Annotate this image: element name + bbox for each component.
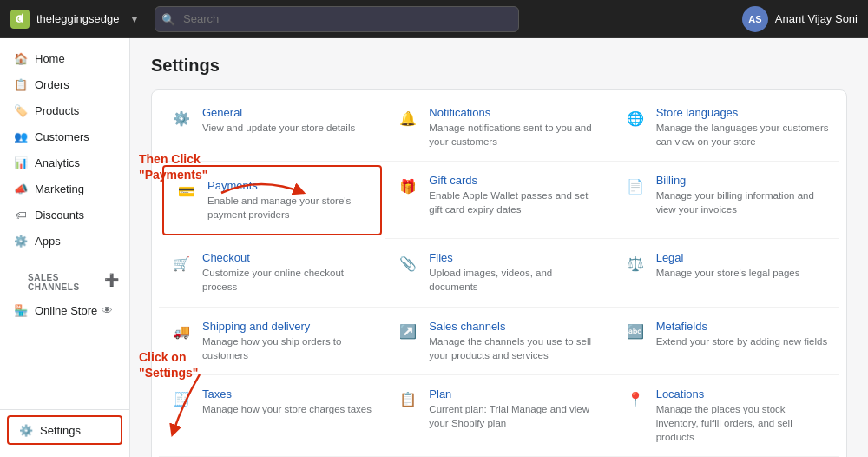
online-store-eye-icon[interactable]: 👁 — [99, 303, 115, 318]
online-store-left: 🏪 Online Store — [14, 304, 97, 318]
sales-channels-content: Sales channelsManage the channels you us… — [429, 320, 602, 362]
shipping-icon: 🚚 — [169, 320, 194, 344]
settings-card-sales-channels[interactable]: ↗️Sales channelsManage the channels you … — [385, 308, 612, 375]
customers-icon: 👥 — [14, 129, 28, 143]
metafields-icon: 🔤 — [623, 320, 648, 344]
payments-desc: Enable and manage your store's payment p… — [207, 194, 370, 222]
settings-card-store-languages[interactable]: 🌐Store languagesManage the languages you… — [613, 94, 839, 162]
sidebar-item-online-store[interactable]: 🏪 Online Store 👁 — [3, 299, 126, 322]
settings-card-locations[interactable]: 📍LocationsManage the places you stock in… — [613, 375, 839, 457]
settings-card-gift-cards[interactable]: 🎁Gift cardsEnable Apple Wallet passes an… — [385, 162, 612, 239]
search-input[interactable] — [155, 6, 519, 32]
payments-content: PaymentsEnable and manage your store's p… — [207, 179, 370, 222]
general-title: General — [202, 106, 375, 119]
search-icon: 🔍 — [161, 12, 175, 25]
checkout-desc: Customize your online checkout process — [202, 266, 375, 294]
plan-content: PlanCurrent plan: Trial Manage and view … — [429, 387, 602, 430]
gift-cards-title: Gift cards — [429, 174, 602, 187]
store-languages-icon: 🌐 — [623, 106, 648, 130]
sidebar-item-customers[interactable]: 👥 Customers — [3, 123, 126, 149]
brand-name: theleggingsedge — [36, 12, 119, 25]
store-languages-content: Store languagesManage the languages your… — [656, 106, 829, 149]
sales-channels-section: SALES CHANNELS ➕ — [0, 261, 129, 299]
settings-card-files[interactable]: 📎FilesUpload images, videos, and documen… — [385, 239, 612, 307]
settings-card-metafields[interactable]: 🔤MetafieldsExtend your store by adding n… — [613, 308, 839, 375]
taxes-desc: Manage how your store charges taxes — [202, 402, 375, 416]
analytics-icon: 📊 — [14, 156, 28, 169]
topbar: theleggingsedge ▼ 🔍 AS Anant Vijay Soni — [0, 0, 868, 38]
settings-card-plan[interactable]: 📋PlanCurrent plan: Trial Manage and view… — [385, 375, 612, 457]
orders-icon: 📋 — [14, 77, 28, 91]
add-channel-icon[interactable]: ➕ — [104, 273, 119, 287]
plan-desc: Current plan: Trial Manage and view your… — [429, 402, 602, 430]
notifications-desc: Manage notifications sent to you and you… — [429, 121, 602, 149]
sidebar-item-marketing[interactable]: 📣 Marketing — [3, 176, 126, 202]
sales-channels-label: SALES CHANNELS — [14, 264, 104, 295]
checkout-title: Checkout — [202, 251, 375, 264]
settings-card-billing[interactable]: 📄BillingManage your billing information … — [613, 162, 839, 239]
settings-card-taxes[interactable]: 🧾TaxesManage how your store charges taxe… — [159, 375, 385, 457]
brand-area[interactable]: theleggingsedge ▼ — [10, 10, 141, 29]
files-title: Files — [429, 251, 602, 264]
general-icon: ⚙️ — [169, 106, 194, 130]
page-title: Settings — [151, 56, 847, 76]
billing-icon: 📄 — [623, 174, 648, 198]
avatar: AS — [742, 6, 768, 32]
gift-cards-desc: Enable Apple Wallet passes and set gift … — [429, 189, 602, 216]
notifications-title: Notifications — [429, 106, 602, 119]
products-icon: 🏷️ — [14, 103, 28, 117]
settings-grid: ⚙️GeneralView and update your store deta… — [159, 94, 839, 457]
user-area: AS Anant Vijay Soni — [742, 6, 858, 32]
files-desc: Upload images, videos, and documents — [429, 266, 602, 294]
billing-desc: Manage your billing information and view… — [656, 189, 829, 216]
sidebar-item-home[interactable]: 🏠 Home — [3, 45, 126, 71]
annotation-click-settings: Click on "Settings" — [139, 349, 199, 381]
online-store-actions: 👁 — [99, 303, 115, 318]
files-content: FilesUpload images, videos, and document… — [429, 251, 602, 294]
notifications-content: NotificationsManage notifications sent t… — [429, 106, 602, 149]
shopify-logo — [10, 10, 30, 29]
plan-icon: 📋 — [396, 387, 420, 412]
locations-content: LocationsManage the places you stock inv… — [656, 387, 829, 444]
billing-content: BillingManage your billing information a… — [656, 174, 829, 216]
store-languages-desc: Manage the languages your customers can … — [656, 121, 829, 149]
taxes-content: TaxesManage how your store charges taxes — [202, 387, 375, 416]
legal-icon: ⚖️ — [623, 251, 648, 275]
shipping-title: Shipping and delivery — [202, 320, 375, 333]
settings-icon: ⚙️ — [19, 423, 33, 437]
settings-card-legal[interactable]: ⚖️LegalManage your store's legal pages — [613, 239, 839, 307]
checkout-content: CheckoutCustomize your online checkout p… — [202, 251, 375, 294]
sidebar-item-apps[interactable]: ⚙️ Apps — [3, 228, 126, 254]
locations-title: Locations — [656, 387, 829, 401]
sidebar-item-products[interactable]: 🏷️ Products — [3, 97, 126, 123]
sidebar-item-settings[interactable]: ⚙️ Settings — [7, 415, 122, 445]
metafields-content: MetafieldsExtend your store by adding ne… — [656, 320, 829, 348]
main-layout: 🏠 Home 📋 Orders 🏷️ Products 👥 Customers … — [0, 38, 868, 457]
plan-title: Plan — [429, 387, 602, 401]
marketing-icon: 📣 — [14, 182, 28, 195]
search-area: 🔍 — [155, 6, 519, 32]
general-content: GeneralView and update your store detail… — [202, 106, 375, 135]
settings-card-checkout[interactable]: 🛒CheckoutCustomize your online checkout … — [159, 239, 385, 307]
sidebar-item-orders[interactable]: 📋 Orders — [3, 71, 126, 97]
home-icon: 🏠 — [14, 51, 28, 65]
legal-content: LegalManage your store's legal pages — [656, 251, 829, 280]
brand-dropdown-icon: ▼ — [129, 14, 139, 24]
locations-icon: 📍 — [623, 387, 648, 412]
legal-desc: Manage your store's legal pages — [656, 266, 829, 280]
settings-card-notifications[interactable]: 🔔NotificationsManage notifications sent … — [385, 94, 612, 162]
settings-grid-container: ⚙️GeneralView and update your store deta… — [151, 89, 847, 457]
billing-title: Billing — [656, 174, 829, 187]
sales-channels-actions: ➕ — [104, 273, 119, 287]
sidebar-item-discounts[interactable]: 🏷 Discounts — [3, 202, 126, 228]
sales-channels-icon: ↗️ — [396, 320, 420, 344]
gift-cards-content: Gift cardsEnable Apple Wallet passes and… — [429, 174, 602, 216]
checkout-icon: 🛒 — [169, 251, 194, 275]
sidebar-item-analytics[interactable]: 📊 Analytics — [3, 149, 126, 176]
sidebar: 🏠 Home 📋 Orders 🏷️ Products 👥 Customers … — [0, 38, 130, 457]
general-desc: View and update your store details — [202, 121, 375, 135]
annotation-then-click-payments: Then Click "Payments" — [139, 151, 207, 182]
sales-channels-desc: Manage the channels you use to sell your… — [429, 334, 602, 362]
notifications-icon: 🔔 — [396, 106, 420, 130]
taxes-icon: 🧾 — [169, 387, 194, 412]
